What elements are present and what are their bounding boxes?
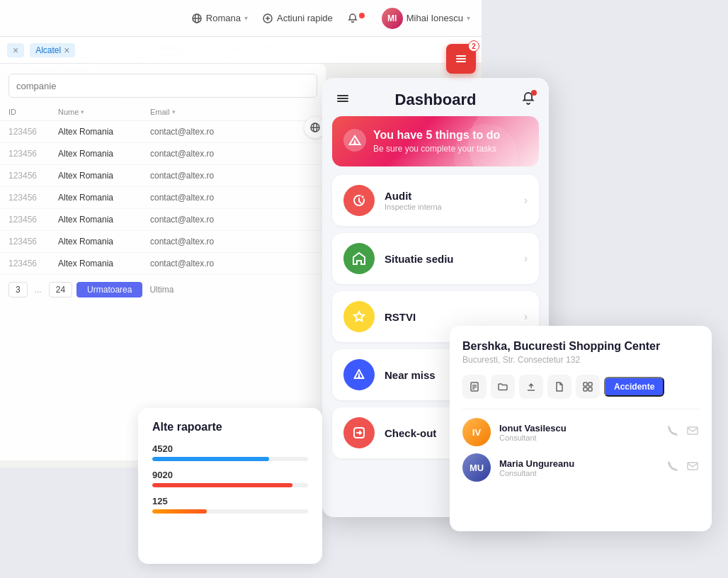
contact-row-1: IV Ionut Vasilescu Consultant (462, 418, 699, 446)
language-selector[interactable]: Romana ▾ (191, 13, 248, 24)
filter-tag-empty[interactable]: × (7, 43, 24, 57)
bershka-panel: Bershka, Bucuresti Shopping Center Bucur… (450, 326, 712, 531)
alert-warning-icon (343, 129, 366, 152)
table-row[interactable]: 123456 Altex Romania contact@altex.ro (0, 165, 326, 187)
float-action-button[interactable]: 2 (446, 44, 476, 74)
bershka-icon-bar: Accidente (462, 375, 699, 399)
svg-point-16 (354, 143, 356, 144)
alert-subtitle: Be sure you complete your tasks (373, 144, 500, 154)
checkout-icon (343, 417, 375, 448)
alte-rapoarte-panel: Alte rapoarte 4520 9020 125 (138, 408, 322, 564)
bershka-title: Bershka, Bucuresti Shopping Center (462, 340, 699, 353)
float-badge: 2 (468, 40, 479, 52)
chevron-right-icon: › (524, 252, 528, 265)
svg-rect-32 (688, 463, 698, 470)
svg-point-21 (358, 377, 360, 378)
phone-button-1[interactable] (666, 424, 679, 440)
bar-group-1: 4520 (152, 443, 308, 461)
doc-icon-button[interactable] (462, 375, 487, 399)
svg-rect-31 (688, 427, 698, 434)
bar-group-3: 125 (152, 496, 308, 514)
grid-icon-button[interactable] (576, 375, 600, 399)
audit-icon (343, 185, 375, 216)
search-input[interactable] (8, 74, 317, 98)
nearmiss-icon (343, 359, 375, 390)
file-icon-button[interactable] (547, 375, 571, 399)
phone-button-2[interactable] (666, 460, 679, 475)
page-next[interactable]: Urmatoarea (76, 282, 142, 298)
accidente-button[interactable]: Accidente (604, 377, 664, 397)
bar-fill-3 (152, 509, 207, 514)
topbar: Romana ▾ Actiuni rapide MI Mihai Ionescu… (0, 0, 482, 37)
page-last[interactable]: 24 (49, 282, 72, 298)
alert-title: You have 5 things to do (373, 129, 500, 142)
dashboard-title: Dashboard (395, 91, 477, 109)
upload-icon-button[interactable] (519, 375, 543, 399)
bar-value-3: 125 (152, 496, 308, 506)
contact-avatar-1: IV (462, 418, 491, 446)
col-header-id: ID (8, 108, 58, 116)
svg-rect-27 (584, 382, 587, 386)
bell-dot (531, 90, 537, 96)
contact-avatar-2: MU (462, 453, 491, 482)
contact-role-1: Consultant (499, 434, 567, 442)
alert-card[interactable]: You have 5 things to do Be sure you comp… (332, 116, 539, 166)
audit-label: Audit (385, 190, 442, 202)
svg-rect-28 (588, 382, 592, 386)
filter-bar: × Alcatel × (0, 37, 482, 64)
table-row[interactable]: 123456 Altex Romania contact@altex.ro (0, 121, 326, 143)
folder-icon-button[interactable] (491, 375, 515, 399)
filter-tag-alcatel[interactable]: Alcatel × (30, 43, 75, 57)
rstvi-label: RSTVI (385, 311, 416, 323)
bar-fill-2 (152, 483, 292, 487)
table-row[interactable]: 123456 Altex Romania contact@altex.ro (0, 143, 326, 165)
table-row[interactable]: 123456 Altex Romania contact@altex.ro (0, 231, 326, 253)
mail-button-1[interactable] (686, 424, 699, 440)
user-avatar: MI (382, 8, 403, 29)
bar-track-1 (152, 457, 308, 461)
bershka-address: Bucuresti, Str. Consectetur 132 (462, 355, 699, 365)
page-first[interactable]: 3 (8, 282, 28, 298)
notification-bell[interactable] (521, 91, 536, 109)
alte-rapoarte-title: Alte rapoarte (152, 421, 308, 434)
svg-rect-29 (584, 387, 587, 391)
menu-item-audit[interactable]: Audit Inspectie interna › (332, 175, 539, 226)
pagination: 3 ... 24 Urmatoarea Ultima (0, 275, 326, 305)
divider (462, 409, 699, 409)
bar-fill-1 (152, 457, 269, 461)
situatie-label: Situatie sediu (385, 253, 454, 265)
user-menu[interactable]: MI Mihai Ionescu ▾ (382, 8, 470, 29)
rstvi-icon (343, 301, 375, 332)
col-header-email[interactable]: Email ▾ (150, 108, 278, 116)
table-row[interactable]: 123456 Altex Romania contact@altex.ro (0, 209, 326, 231)
notifications-bell[interactable] (347, 13, 368, 24)
table-row[interactable]: 123456 Altex Romania contact@altex.ro (0, 187, 326, 209)
dashboard-header: Dashboard (322, 78, 549, 116)
table-header: ID Nume ▾ Email ▾ (0, 103, 326, 121)
col-header-name[interactable]: Nume ▾ (58, 108, 150, 116)
mail-button-2[interactable] (686, 460, 699, 475)
quick-actions[interactable]: Actiuni rapide (262, 13, 333, 24)
svg-rect-30 (588, 387, 592, 391)
bar-group-2: 9020 (152, 470, 308, 487)
chevron-right-icon: › (524, 194, 528, 207)
bar-track-3 (152, 509, 308, 514)
bar-track-2 (152, 483, 308, 487)
contact-role-2: Consultant (499, 469, 574, 477)
companies-panel: ID Nume ▾ Email ▾ 123456 Altex Romania c… (0, 64, 326, 460)
audit-sublabel: Inspectie interna (385, 203, 442, 211)
chevron-right-icon: › (524, 310, 528, 323)
filter-close-2[interactable]: × (64, 45, 69, 56)
menu-item-situatie[interactable]: Situatie sediu › (332, 233, 539, 284)
filter-close-1[interactable]: × (13, 45, 18, 56)
bar-value-1: 4520 (152, 443, 308, 454)
menu-icon[interactable] (335, 91, 351, 109)
bar-value-2: 9020 (152, 470, 308, 480)
contact-row-2: MU Maria Ungureanu Consultant (462, 453, 699, 482)
nearmiss-label: Near miss (385, 369, 436, 381)
contact-name-2: Maria Ungureanu (499, 458, 574, 469)
situatie-icon (343, 243, 375, 274)
contact-name-1: Ionut Vasilescu (499, 423, 567, 434)
checkout-label: Check-out (385, 427, 436, 439)
table-row[interactable]: 123456 Altex Romania contact@altex.ro (0, 253, 326, 275)
